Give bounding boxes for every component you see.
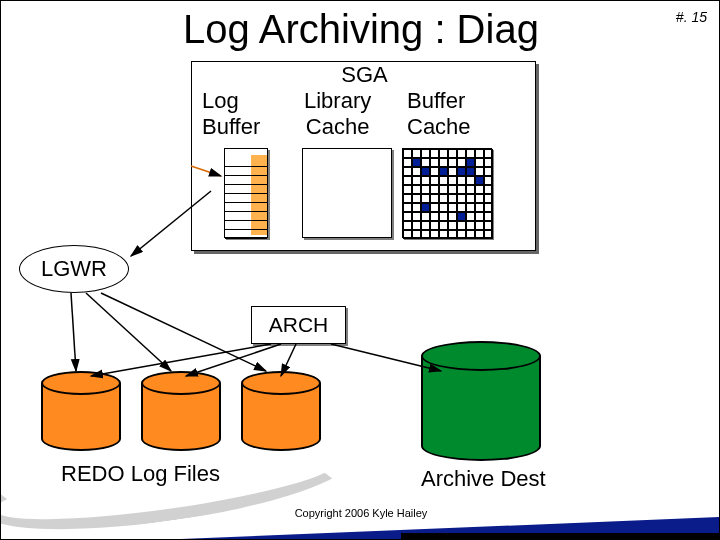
buffer-cache-grid: [402, 148, 492, 238]
footer-wedge: [1, 509, 720, 539]
library-cache-label: LibraryCache: [304, 88, 371, 140]
slide-title: Log Archiving : Diag: [1, 7, 720, 52]
arch-process: ARCH: [251, 306, 346, 344]
sga-container: SGA LogBuffer LibraryCache BufferCache: [191, 61, 536, 251]
redo-cylinder-1: [41, 371, 121, 451]
svg-line-2: [71, 293, 76, 371]
buffer-cache-label: BufferCache: [407, 88, 471, 140]
log-buffer-box: [224, 148, 268, 238]
slide: #. 15 Log Archiving : Diag SGA LogBuffer…: [0, 0, 720, 540]
log-buffer-label: LogBuffer: [202, 88, 260, 140]
sga-title: SGA: [192, 62, 537, 88]
lgwr-label: LGWR: [41, 256, 107, 282]
svg-line-4: [101, 293, 266, 371]
svg-line-3: [86, 293, 171, 371]
redo-cylinder-3: [241, 371, 321, 451]
arch-label: ARCH: [269, 313, 329, 337]
archive-dest-label: Archive Dest: [421, 466, 546, 492]
archive-dest-cylinder: [421, 341, 541, 461]
library-cache-box: [302, 148, 392, 238]
lgwr-process: LGWR: [19, 245, 129, 293]
redo-cylinder-2: [141, 371, 221, 451]
